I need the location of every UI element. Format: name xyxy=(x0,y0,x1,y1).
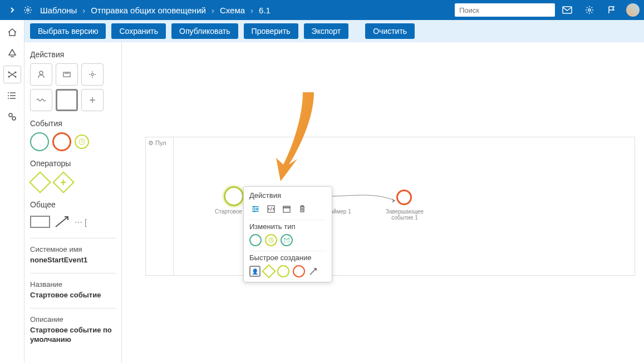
property-sysname-label: Системное имя xyxy=(30,245,116,253)
timer-event-shape[interactable] xyxy=(75,135,89,149)
end-event-label: Завершающее событие 1 xyxy=(377,208,432,221)
cm-type-message-icon[interactable] xyxy=(281,234,293,246)
palette-operators-title: Операторы xyxy=(30,159,116,168)
rail-schema-icon[interactable] xyxy=(3,66,21,83)
rail-home-icon[interactable] xyxy=(3,23,21,41)
svg-point-17 xyxy=(254,211,255,212)
check-button[interactable]: Проверить xyxy=(244,23,298,39)
svg-point-5 xyxy=(8,76,9,78)
flag-icon[interactable] xyxy=(604,2,620,18)
svg-point-3 xyxy=(8,72,9,73)
export-button[interactable]: Экспорт xyxy=(304,23,349,39)
cm-create-intermediate-icon[interactable] xyxy=(277,265,289,277)
cm-properties-icon[interactable] xyxy=(249,203,262,215)
cm-type-none-icon[interactable] xyxy=(249,234,262,246)
select-version-button[interactable]: Выбрать версию xyxy=(30,23,106,39)
pool-label: Пул xyxy=(155,140,166,146)
cm-changetype-title: Изменить тип xyxy=(249,222,326,231)
user-task-shape[interactable] xyxy=(30,63,52,86)
svg-point-11 xyxy=(12,117,16,120)
svg-point-6 xyxy=(14,76,16,78)
breadcrumb-templates[interactable]: Шаблоны xyxy=(40,6,77,15)
rail-hierarchy-icon[interactable] xyxy=(3,44,21,62)
flow-shape[interactable] xyxy=(53,215,71,229)
settings-gear-icon[interactable] xyxy=(20,2,36,18)
cm-delete-icon[interactable] xyxy=(296,203,308,215)
end-event-shape[interactable] xyxy=(52,132,71,151)
breadcrumb: Шаблоны › Отправка общих оповещений › Сх… xyxy=(40,6,455,15)
property-sysname-value: noneStartEvent1 xyxy=(30,256,116,265)
pool-shape[interactable] xyxy=(30,216,50,228)
sequence-flow[interactable] xyxy=(330,193,402,210)
chevron-right-icon: › xyxy=(82,6,85,15)
svg-point-4 xyxy=(14,72,16,73)
palette-actions-title: Действия xyxy=(30,50,116,59)
cm-type-timer-icon[interactable] xyxy=(265,234,277,246)
svg-point-16 xyxy=(257,208,258,210)
pool-container[interactable]: ⚙ Пул Стартовое соб аймер 1 Завершающее … xyxy=(145,137,635,276)
property-desc-label: Описание xyxy=(30,315,116,324)
end-event-node[interactable] xyxy=(396,190,412,205)
svg-point-13 xyxy=(91,73,94,76)
svg-rect-1 xyxy=(563,7,572,13)
svg-point-2 xyxy=(588,9,591,11)
add-shape[interactable] xyxy=(81,89,104,111)
admin-gear-icon[interactable] xyxy=(582,2,597,18)
expand-sidebar-icon[interactable] xyxy=(4,2,20,18)
cm-quickcreate-title: Быстрое создание xyxy=(249,253,326,262)
pool-lane-header[interactable]: ⚙ Пул xyxy=(146,137,174,275)
service-task-shape[interactable] xyxy=(81,63,104,86)
rail-config-icon[interactable] xyxy=(3,108,21,126)
chevron-right-icon: › xyxy=(250,6,253,15)
task-shape[interactable] xyxy=(56,89,78,111)
svg-point-12 xyxy=(40,71,43,74)
cm-create-flow-icon[interactable] xyxy=(308,266,318,276)
chevron-right-icon: › xyxy=(212,6,214,15)
user-avatar[interactable] xyxy=(626,3,640,17)
gateway-shape[interactable] xyxy=(29,171,51,193)
cm-script-icon[interactable] xyxy=(265,203,277,215)
search-input[interactable] xyxy=(455,3,555,17)
breadcrumb-process[interactable]: Отправка общих оповещений xyxy=(91,6,206,15)
rail-list-icon[interactable] xyxy=(3,87,21,105)
node-context-menu: Действия Изменить тип xyxy=(243,186,332,282)
cm-actions-title: Действия xyxy=(249,191,326,200)
svg-point-15 xyxy=(253,206,255,208)
pool-gear-icon[interactable]: ⚙ Пул xyxy=(148,140,166,147)
cm-archive-icon[interactable] xyxy=(281,203,293,215)
svg-point-0 xyxy=(27,9,29,11)
annotation-shape[interactable]: ⋯ [ xyxy=(75,218,87,229)
cm-create-gateway-icon[interactable] xyxy=(262,264,276,278)
breadcrumb-version[interactable]: 6.1 xyxy=(259,6,271,15)
cm-create-task-icon[interactable]: 👤 xyxy=(249,266,260,277)
save-button[interactable]: Сохранить xyxy=(111,23,166,39)
script-task-shape[interactable] xyxy=(56,63,78,86)
publish-button[interactable]: Опубликовать xyxy=(171,23,238,39)
subprocess-shape[interactable] xyxy=(30,89,52,111)
palette-events-title: События xyxy=(30,119,116,128)
property-name-value: Стартовое событие xyxy=(30,291,116,300)
start-event-node[interactable] xyxy=(224,186,244,206)
breadcrumb-schema[interactable]: Схема xyxy=(220,6,245,15)
svg-point-10 xyxy=(9,113,12,117)
mail-icon[interactable] xyxy=(559,2,575,18)
palette-general-title: Общее xyxy=(30,200,116,209)
cm-create-end-icon[interactable] xyxy=(293,265,305,277)
search-field[interactable] xyxy=(459,6,550,14)
svg-point-7 xyxy=(8,92,9,93)
property-name-label: Название xyxy=(30,280,116,289)
svg-point-9 xyxy=(8,98,9,99)
start-event-shape[interactable] xyxy=(30,132,49,151)
parallel-gateway-shape[interactable]: + xyxy=(52,171,75,193)
property-desc-value: Стартовое событие по умолчанию xyxy=(30,326,116,345)
annotation-arrow xyxy=(264,87,331,187)
clear-button[interactable]: Очистить xyxy=(365,23,415,39)
svg-point-8 xyxy=(8,95,9,96)
